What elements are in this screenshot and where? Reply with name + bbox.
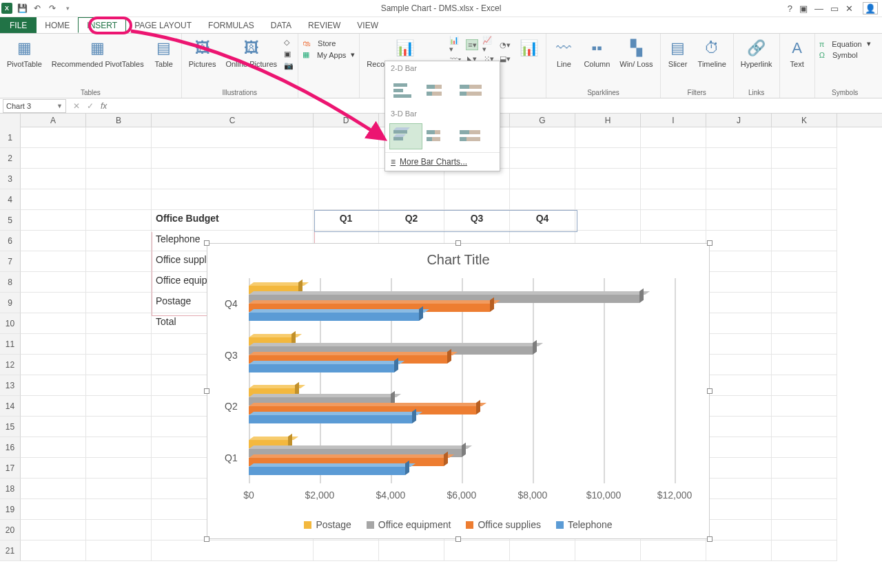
cell[interactable] [510,169,575,189]
cell[interactable] [641,189,706,210]
timeline-button[interactable]: ⏱Timeline [695,36,729,70]
table-button[interactable]: ▤Table [151,36,177,70]
cell[interactable] [86,437,152,458]
cell[interactable] [641,127,706,148]
row-3[interactable]: 3 [0,169,21,189]
cell[interactable] [706,520,772,540]
clustered-bar-2d[interactable] [389,78,422,104]
redo-icon[interactable]: ↷ [47,3,58,14]
cell[interactable] [21,458,86,479]
cell[interactable] [772,251,837,272]
cell[interactable] [772,231,837,251]
column-chart-icon[interactable]: 📊▾ [449,39,462,50]
cell[interactable] [21,272,86,293]
cell[interactable] [772,148,837,169]
cell[interactable] [772,458,837,479]
clustered-bar-3d[interactable] [389,123,422,149]
cell[interactable] [772,499,837,520]
combo-chart-icon[interactable]: ⬓▾ [499,53,511,64]
row-5[interactable]: 5 [0,210,21,231]
cell[interactable] [86,293,152,313]
row-7[interactable]: 7 [0,251,21,272]
cell[interactable] [772,169,837,189]
symbol-button[interactable]: Ω Symbol [819,51,871,59]
cell[interactable] [444,540,510,561]
chart-legend[interactable]: Postage Office equipment Office supplies… [207,519,709,530]
cell[interactable] [152,540,314,561]
cell[interactable] [86,334,152,355]
cell[interactable]: Q2 [379,210,444,231]
cell[interactable] [575,210,641,231]
cell[interactable] [772,189,837,210]
cell[interactable] [86,499,152,520]
col-A[interactable]: A [21,114,86,127]
cell[interactable] [21,189,86,210]
bar-telephone[interactable] [249,467,405,475]
row-2[interactable]: 2 [0,148,21,169]
undo-icon[interactable]: ↶ [32,3,43,14]
cell[interactable] [86,520,152,540]
cell[interactable] [86,231,152,251]
help-icon[interactable]: ? [788,3,792,14]
cell[interactable] [641,148,706,169]
bar-chart-icon[interactable]: ≡▾ [466,39,478,50]
cell[interactable] [21,148,86,169]
stacked100-bar-2d[interactable] [455,78,489,104]
cell[interactable]: Q1 [314,210,379,231]
cell[interactable] [575,169,641,189]
slicer-button[interactable]: ▤Slicer [665,36,691,70]
col-D[interactable]: D [314,114,379,127]
spark-winloss-button[interactable]: ▚Win/ Loss [617,36,655,70]
row-11[interactable]: 11 [0,334,21,355]
cell[interactable] [510,127,575,148]
cell[interactable] [86,375,152,396]
cell[interactable] [314,540,379,561]
chevron-down-icon[interactable]: ▼ [57,103,63,109]
rec-pivottables-button[interactable]: ▦Recommended PivotTables [49,36,147,70]
screenshot-button[interactable]: 📷 [284,61,294,70]
col-H[interactable]: H [575,114,641,127]
row-18[interactable]: 18 [0,479,21,499]
cell[interactable] [86,210,152,231]
cell[interactable] [641,540,706,561]
cell[interactable] [706,458,772,479]
cell[interactable] [314,127,379,148]
row-21[interactable]: 21 [0,540,21,561]
resize-handle[interactable] [707,388,712,394]
cell[interactable] [314,148,379,169]
cell[interactable] [706,169,772,189]
avatar[interactable]: 👤 [863,2,878,14]
name-box[interactable]: Chart 3▼ [3,99,66,113]
cell[interactable] [86,355,152,375]
row-20[interactable]: 20 [0,520,21,540]
col-I[interactable]: I [641,114,706,127]
cell[interactable] [379,169,444,189]
cell[interactable] [86,272,152,293]
cell[interactable] [706,189,772,210]
cell[interactable] [86,189,152,210]
row-8[interactable]: 8 [0,272,21,293]
cell[interactable] [152,148,314,169]
cell[interactable] [152,169,314,189]
cell[interactable] [86,540,152,561]
cell[interactable] [706,272,772,293]
cell[interactable] [706,251,772,272]
cell[interactable] [706,396,772,417]
tab-insert[interactable]: INSERT [78,17,126,33]
qat-customize-icon[interactable]: ▾ [62,3,73,14]
cell[interactable] [444,169,510,189]
resize-handle[interactable] [707,536,712,542]
cell[interactable] [21,251,86,272]
chart-title[interactable]: Chart Title [207,244,709,268]
tab-view[interactable]: VIEW [349,17,387,33]
resize-handle[interactable] [455,536,461,542]
cell[interactable] [86,313,152,334]
row-19[interactable]: 19 [0,499,21,520]
cell[interactable] [86,458,152,479]
row-6[interactable]: 6 [0,231,21,251]
cell[interactable] [706,375,772,396]
cell[interactable] [86,396,152,417]
cell[interactable] [21,417,86,437]
col-C[interactable]: C [152,114,314,127]
cell[interactable] [706,231,772,251]
